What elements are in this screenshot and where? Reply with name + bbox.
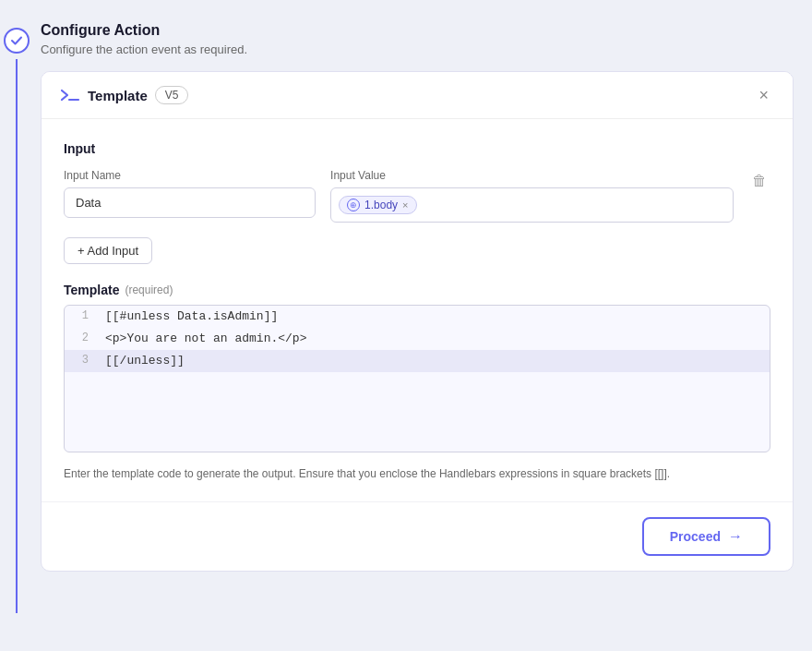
card-header: Template V5 × [42, 72, 793, 119]
vertical-line [16, 59, 18, 613]
line-content-2: <p>You are not an admin.</p> [98, 328, 770, 349]
add-input-button[interactable]: + Add Input [64, 237, 152, 264]
step-check-icon [10, 34, 23, 47]
input-name-col-header-wrapper: Input Name [64, 169, 316, 218]
input-name-col-header: Input Name [64, 169, 316, 182]
main-content: Configure Action Configure the action ev… [33, 18, 812, 590]
template-label-row: Template (required) [64, 283, 770, 297]
card-footer: Proceed → [42, 501, 793, 571]
line-num-1: 1 [65, 306, 98, 326]
line-num-2: 2 [65, 328, 98, 348]
input-value-col-wrapper: Input Value ⊕ 1.body × [330, 169, 734, 223]
input-value-field[interactable]: ⊕ 1.body × [330, 187, 734, 223]
line-num-3: 3 [65, 350, 98, 370]
value-tag-text: 1.body [364, 199, 398, 211]
close-button[interactable]: × [753, 85, 774, 105]
hint-text: Enter the template code to generate the … [64, 465, 770, 483]
input-section-label: Input [64, 141, 770, 156]
value-tag-chip: ⊕ 1.body × [339, 196, 416, 214]
line-content-1: [[#unless Data.isAdmin]] [98, 306, 770, 327]
input-value-col-header: Input Value [330, 169, 734, 182]
step-circle [4, 28, 30, 54]
page-title: Configure Action [41, 22, 794, 39]
proceed-arrow-icon: → [728, 528, 743, 545]
version-badge: V5 [155, 86, 189, 104]
card-body: Input Input Name Input Value ⊕ 1.body × [42, 119, 793, 501]
configure-action-card: Template V5 × Input Input Name Input Val… [41, 71, 794, 572]
code-line-1: 1 [[#unless Data.isAdmin]] [65, 306, 770, 328]
proceed-label: Proceed [670, 529, 721, 544]
delete-row-button[interactable]: 🗑 [748, 169, 770, 193]
required-text: (required) [125, 283, 173, 296]
card-title: Template [88, 88, 148, 103]
template-icon [60, 87, 80, 103]
globe-icon: ⊕ [347, 199, 360, 211]
proceed-button[interactable]: Proceed → [642, 517, 770, 556]
tag-remove-button[interactable]: × [402, 200, 408, 211]
template-section: Template (required) 1 [[#unless Data.isA… [64, 283, 770, 483]
code-line-3: 3 [[/unless]] [65, 350, 770, 372]
input-headers-row: Input Name Input Value ⊕ 1.body × 🗑 [64, 169, 770, 223]
code-editor[interactable]: 1 [[#unless Data.isAdmin]] 2 <p>You are … [64, 305, 770, 452]
left-rail [0, 18, 33, 613]
page-subtitle: Configure the action event as required. [41, 42, 794, 56]
input-name-field[interactable] [64, 187, 316, 218]
card-header-left: Template V5 [60, 86, 188, 104]
line-content-3: [[/unless]] [98, 350, 770, 371]
template-section-label: Template [64, 283, 119, 297]
code-line-2: 2 <p>You are not an admin.</p> [65, 328, 770, 350]
